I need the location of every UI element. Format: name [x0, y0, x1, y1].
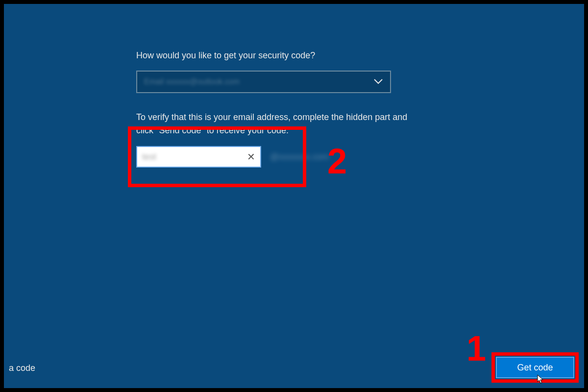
email-domain-text: @xxxxxxx.com — [270, 152, 329, 162]
content-area: How would you like to get your security … — [136, 50, 430, 168]
clear-input-icon[interactable]: ✕ — [247, 151, 255, 163]
dropdown-selected-text: Email xxxxxx@outlook.com — [144, 77, 240, 86]
input-value-text: test — [142, 152, 156, 162]
security-prompt-label: How would you like to get your security … — [136, 50, 430, 61]
verify-instruction-text: To verify that this is your email addres… — [136, 111, 411, 137]
chevron-down-icon — [373, 77, 383, 87]
bottom-left-partial-text: a code — [9, 363, 35, 373]
annotation-number-1: 1 — [466, 328, 486, 368]
annotation-number-2: 2 — [327, 141, 347, 181]
security-method-dropdown[interactable]: Email xxxxxx@outlook.com — [136, 71, 391, 93]
get-code-button[interactable]: Get code — [496, 357, 574, 378]
email-prefix-input[interactable]: test ✕ — [136, 146, 261, 168]
verification-screen: How would you like to get your security … — [4, 4, 584, 388]
email-input-row: test ✕ @xxxxxxx.com — [136, 146, 430, 168]
